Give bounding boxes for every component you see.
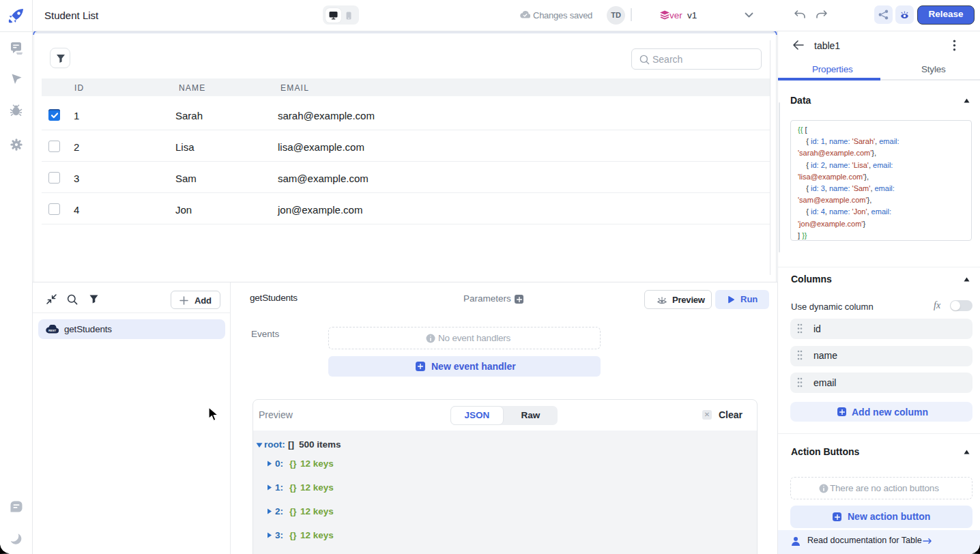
svg-text:REST: REST bbox=[48, 329, 57, 332]
